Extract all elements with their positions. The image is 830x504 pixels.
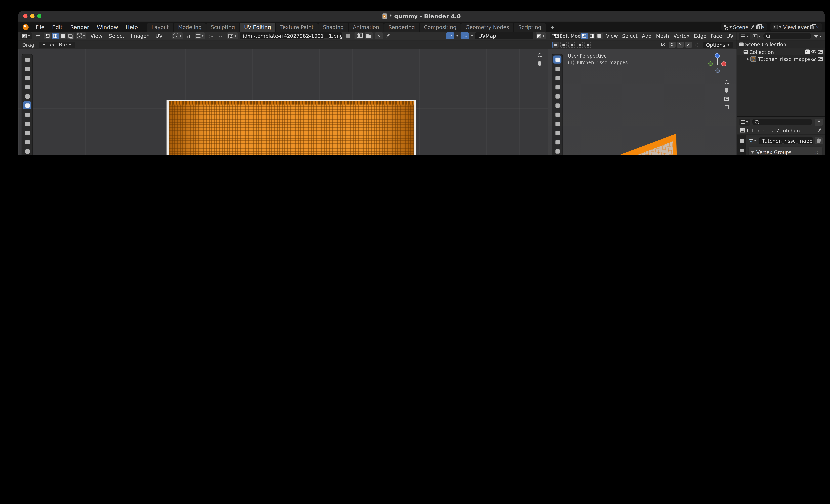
outliner-search[interactable] [763,33,811,39]
image-fake-user-toggle[interactable] [344,32,352,39]
breadcrumb-object-label[interactable]: Tütchen... [746,127,770,133]
editor-type-dropdown[interactable] [21,32,32,39]
menu-window[interactable]: Window [93,22,122,32]
select-mode-face[interactable] [596,33,603,39]
zoom-window-button[interactable] [37,14,41,18]
tab-geometry-nodes[interactable]: Geometry Nodes [461,23,513,32]
new-view-layer-icon[interactable] [810,25,814,29]
tool-annotate[interactable] [553,120,562,128]
camera-view-icon[interactable] [724,97,729,101]
unlink-scene-icon[interactable]: × [761,25,765,29]
tool-grab[interactable] [23,129,31,137]
zoom-icon[interactable] [725,80,728,84]
uv-sync-selection-toggle[interactable]: ⇄ [34,32,42,39]
tool-cursor[interactable] [553,74,562,82]
uv-select-mode-vertex[interactable] [44,33,51,39]
pin-icon[interactable] [749,24,756,30]
uv-gizmos-toggle[interactable]: ↗ [446,32,454,39]
menu-edit[interactable]: Edit [48,22,66,32]
mode-dropdown[interactable]: Edit Mode [563,32,579,39]
tab-scripting[interactable]: Scripting [514,23,545,32]
editor-type-dropdown[interactable] [739,33,750,39]
mirror-x-toggle[interactable]: X [669,41,675,48]
unlink-image-button[interactable]: × [375,32,383,39]
tool-select-option-icon[interactable] [568,41,575,48]
uv-menu-select[interactable]: Select [107,33,127,39]
gizmo-z-axis[interactable] [715,53,720,58]
tool-scale[interactable] [553,101,562,109]
pin-image-icon[interactable] [384,32,391,39]
active-tool-icon[interactable] [552,41,559,48]
tool-select-box[interactable] [23,65,31,73]
outliner-row-collection[interactable]: Collection [737,48,825,56]
menu-file[interactable]: File [32,22,48,32]
blender-logo-icon[interactable] [23,24,29,30]
v3d-menu-edge[interactable]: Edge [693,33,708,39]
tool-rotate[interactable] [23,92,31,100]
filter-dropdown[interactable] [813,33,823,39]
uv-menu-view[interactable]: View [88,33,104,39]
drag-grip-icon[interactable]: :::: [813,150,820,155]
tab-sculpting[interactable]: Sculpting [206,23,239,32]
tool-tweak[interactable] [23,56,31,64]
tab-animation[interactable]: Animation [349,23,384,32]
tab-rendering[interactable]: Rendering [384,23,419,32]
expand-icon[interactable] [747,57,749,61]
tool-move[interactable] [23,83,31,91]
pan-hand-icon[interactable] [538,61,542,65]
tab-compositing[interactable]: Compositing [420,23,461,32]
mesh-browse-dropdown[interactable]: ▽ [748,137,757,145]
zoom-icon[interactable] [538,53,541,57]
image-browse-dropdown[interactable] [227,32,237,39]
v3d-menu-uv[interactable]: UV [725,33,735,39]
tool-measure[interactable] [553,129,562,137]
properties-tab-tool[interactable] [738,137,746,145]
tool-extrude-region[interactable] [553,147,562,155]
uv-select-mode-island[interactable] [67,33,74,39]
v3d-menu-add[interactable]: Add [641,33,653,39]
viewport-canvas[interactable]: User Perspective (1) Tütchen_rissc_mappe… [548,49,737,155]
properties-search[interactable] [752,119,812,125]
tool-relax[interactable] [23,138,31,146]
display-channels-dropdown[interactable] [536,32,546,39]
close-window-button[interactable] [23,14,28,18]
uv-map-field[interactable]: UVMap [475,32,534,39]
mesh-object[interactable] [586,131,682,155]
fake-user-toggle[interactable] [815,137,823,145]
uv-canvas[interactable] [18,49,548,155]
hide-in-viewport-icon[interactable] [811,50,816,54]
gizmo-y-axis[interactable] [708,61,713,66]
properties-options-dropdown[interactable] [815,118,823,125]
tool-select-option2-icon[interactable] [576,41,583,48]
disable-in-render-icon[interactable] [818,50,823,54]
new-scene-icon[interactable] [756,25,760,29]
breadcrumb-data-label[interactable]: Tütchen... [780,127,805,133]
display-mode-dropdown[interactable] [752,33,762,39]
uv-island-top[interactable] [169,101,414,155]
options-dropdown[interactable]: Options [703,41,733,48]
outliner-row-scene-collection[interactable]: Scene Collection [737,41,825,48]
mirror-y-toggle[interactable]: Y [677,41,683,48]
tool-tweak[interactable] [553,56,562,64]
uv-pivot-dropdown[interactable] [172,32,183,39]
disable-in-render-icon[interactable] [818,57,823,61]
editor-type-dropdown[interactable] [739,118,750,125]
pan-hand-icon[interactable] [725,88,728,92]
tool-transform[interactable] [23,111,31,119]
tool-add-cube[interactable] [553,138,562,146]
tab-layout[interactable]: Layout [147,23,173,32]
uv-sticky-selection-dropdown[interactable] [76,32,86,39]
tab-shading[interactable]: Shading [318,23,348,32]
uv-snap-target-dropdown[interactable] [195,32,204,39]
new-image-button[interactable] [354,32,362,39]
mirror-z-toggle[interactable]: Z [685,41,692,48]
vertex-groups-header[interactable]: Vertex Groups :::: [751,149,820,155]
tab-uv-editing[interactable]: UV Editing [240,23,275,32]
tool-pinch[interactable] [23,147,31,155]
v3d-menu-mesh[interactable]: Mesh [655,33,670,39]
tool-cursor[interactable] [23,74,31,82]
tool-fallback-icon[interactable] [560,41,567,48]
uv-menu-uv[interactable]: UV [153,33,165,39]
v3d-menu-face[interactable]: Face [709,33,724,39]
tool-select-option3-icon[interactable] [584,41,591,48]
